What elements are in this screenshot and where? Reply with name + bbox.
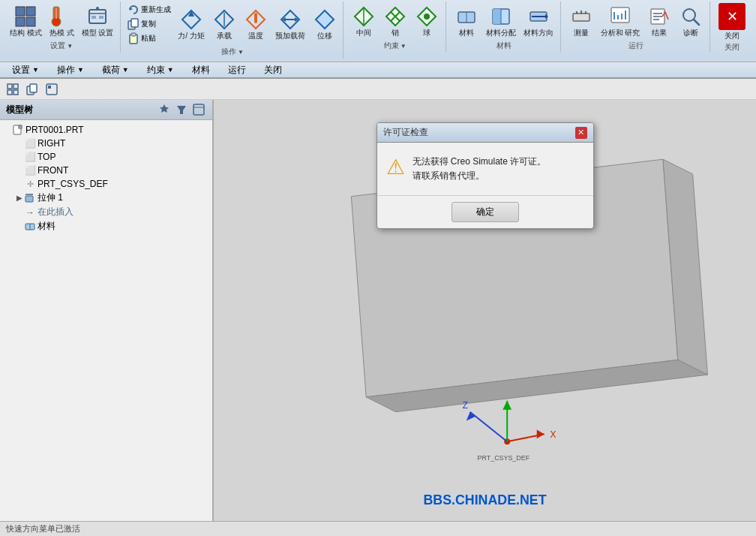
- quick-settings-button[interactable]: [44, 81, 60, 98]
- menu-operations[interactable]: 操作 ▼: [48, 62, 93, 77]
- dialog-overlay: 许可证检查 ✕ ⚠ 无法获得 Creo Simulate 许可证。 请联系销售代…: [214, 100, 756, 531]
- regenerate-button[interactable]: 重新生成: [125, 3, 173, 17]
- svg-rect-16: [131, 33, 136, 36]
- status-text: 快速方向菜单已激活: [6, 523, 80, 534]
- tree-item-extrude1[interactable]: ▶ 拉伸 1: [12, 191, 212, 205]
- bearing-button[interactable]: 承载: [209, 6, 239, 42]
- menu-settings[interactable]: 设置 ▼: [3, 62, 48, 77]
- diagnose-button[interactable]: 诊断: [676, 3, 706, 39]
- material-button[interactable]: 材料: [452, 3, 482, 39]
- settings-group-label: 设置 ▼: [50, 41, 73, 51]
- insert-icon: →: [24, 206, 36, 218]
- thermal-mode-label: 热模 式: [50, 29, 74, 38]
- main-area: 模型树: [0, 100, 756, 531]
- svg-marker-12: [130, 8, 133, 11]
- menu-loads[interactable]: 截荷 ▼: [93, 62, 138, 77]
- close-toolbar-button[interactable]: ✕: [718, 3, 746, 30]
- csys-icon: ✛: [24, 178, 36, 190]
- tree-item-material[interactable]: 材料: [12, 219, 212, 233]
- menu-settings-arrow: ▼: [32, 66, 39, 74]
- close-label: 关闭: [724, 32, 740, 41]
- paste-button[interactable]: 粘贴: [125, 32, 173, 45]
- tree-item-insert[interactable]: → 在此插入: [12, 205, 212, 219]
- force-torque-label: 力/ 力矩: [178, 32, 205, 41]
- toolbar-group-close: ✕ 关闭 关闭: [712, 2, 753, 54]
- dialog-body: ⚠ 无法获得 Creo Simulate 许可证。 请联系销售代理。: [377, 143, 593, 195]
- tree-header: 模型树: [0, 100, 212, 120]
- menu-materials[interactable]: 材料: [183, 62, 219, 77]
- preload-icon: [278, 8, 302, 32]
- model-settings-button[interactable]: 模型 设置: [79, 3, 117, 39]
- menu-bar: 设置 ▼ 操作 ▼ 截荷 ▼ 约束 ▼ 材料 运行 关闭: [0, 62, 756, 79]
- toolbar-group-materials: 材料 材料分配: [448, 2, 561, 53]
- measure-button[interactable]: 测量: [566, 3, 596, 39]
- displacement-label: 位移: [317, 32, 332, 41]
- temperature-button[interactable]: 温度: [241, 6, 271, 42]
- analysis-button[interactable]: 分析和 研究: [598, 3, 644, 39]
- struct-mode-button[interactable]: 结构 模式: [7, 3, 45, 39]
- menu-loads-arrow: ▼: [122, 66, 129, 74]
- material-dist-button[interactable]: 材料分配: [483, 3, 519, 39]
- svg-rect-68: [194, 104, 204, 115]
- tree-filter-icon[interactable]: [174, 103, 189, 116]
- bearing-icon: [212, 8, 236, 32]
- force-torque-button[interactable]: 力/ 力矩: [175, 6, 208, 42]
- tree-item-top[interactable]: ⬜ TOP: [12, 150, 212, 164]
- svg-marker-27: [316, 11, 334, 29]
- quick-copy-button[interactable]: [24, 81, 40, 98]
- warning-icon: ⚠: [386, 155, 405, 179]
- material-dir-label: 材料方向: [524, 29, 554, 38]
- dialog-close-button[interactable]: ✕: [575, 127, 587, 139]
- constraints-group-label: 约束 ▼: [384, 41, 406, 51]
- menu-constraints-label: 约束: [147, 64, 165, 77]
- material-tree-label: 材料: [38, 220, 56, 233]
- quick-grid-button[interactable]: [4, 81, 21, 98]
- tree-settings-icon[interactable]: [157, 103, 172, 116]
- displacement-icon: [313, 8, 337, 32]
- pin-label: 销: [392, 29, 399, 38]
- dialog-ok-button[interactable]: 确定: [452, 202, 519, 222]
- toolbar-group-constraints: 中间 销 球: [345, 2, 446, 53]
- pin-button[interactable]: 销: [380, 3, 410, 39]
- svg-marker-66: [160, 104, 169, 113]
- tree-search-icon[interactable]: [191, 103, 206, 116]
- menu-settings-label: 设置: [12, 64, 30, 77]
- thermal-mode-button[interactable]: 热模 式: [46, 3, 77, 39]
- menu-run[interactable]: 运行: [219, 62, 255, 77]
- tree-item-root[interactable]: PRT0001.PRT: [0, 123, 212, 137]
- tree-item-right[interactable]: ⬜ RIGHT: [12, 137, 212, 150]
- menu-close[interactable]: 关闭: [255, 62, 291, 77]
- materials-group-label: 材料: [496, 41, 512, 51]
- preload-button[interactable]: 预加载荷: [272, 6, 308, 42]
- tree-item-csys[interactable]: ✛ PRT_CSYS_DEF: [12, 177, 212, 191]
- material-dist-icon: [489, 5, 513, 29]
- operations-buttons: 重新生成 复制: [125, 3, 340, 45]
- license-dialog: 许可证检查 ✕ ⚠ 无法获得 Creo Simulate 许可证。 请联系销售代…: [376, 122, 594, 229]
- operations-group-label: 操作 ▼: [221, 47, 244, 57]
- svg-rect-9: [92, 16, 96, 19]
- regenerate-icon: [128, 4, 140, 16]
- result-icon: [647, 5, 671, 29]
- diagnose-label: 诊断: [683, 29, 698, 38]
- svg-rect-58: [8, 84, 12, 89]
- displacement-button[interactable]: 位移: [310, 6, 340, 42]
- pin-icon: [383, 5, 407, 29]
- menu-constraints[interactable]: 约束 ▼: [138, 62, 183, 77]
- ball-button[interactable]: 球: [412, 3, 442, 39]
- copy-icon: [128, 18, 140, 30]
- result-button[interactable]: 结果: [644, 3, 674, 39]
- close-buttons: ✕ 关闭: [718, 3, 746, 41]
- svg-rect-60: [8, 90, 12, 95]
- svg-rect-3: [26, 17, 35, 26]
- material-dir-button[interactable]: 材料方向: [520, 3, 556, 39]
- copy-button[interactable]: 复制: [125, 17, 173, 31]
- settings-buttons: 结构 模式 热模 式: [7, 3, 116, 39]
- material-icon: [454, 5, 478, 29]
- front-label: FRONT: [38, 165, 68, 176]
- insert-label: 在此插入: [38, 206, 74, 218]
- result-label: 结果: [652, 29, 667, 38]
- svg-rect-1: [26, 7, 35, 16]
- tree-item-front[interactable]: ⬜ FRONT: [12, 164, 212, 177]
- dialog-titlebar: 许可证检查 ✕: [377, 123, 593, 143]
- middle-button[interactable]: 中间: [349, 3, 379, 39]
